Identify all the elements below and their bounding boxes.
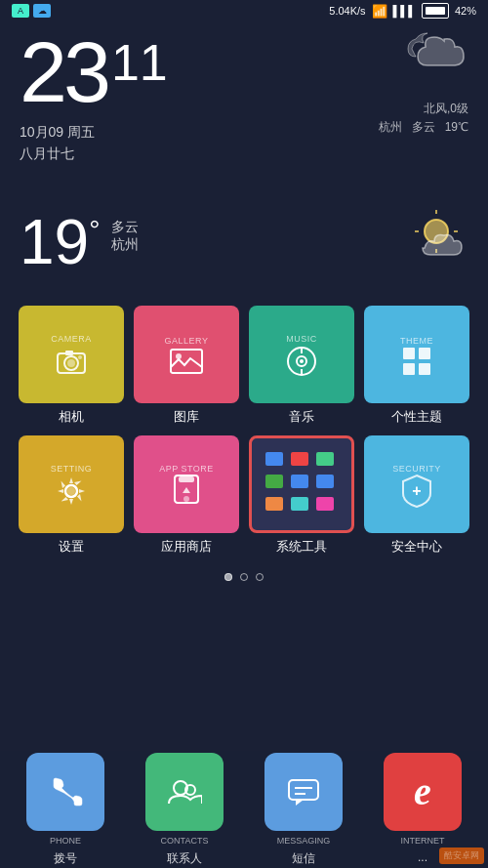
theme-label-bottom: 个性主题 [391, 408, 442, 426]
app-icon-setting[interactable]: SETTING [19, 435, 124, 533]
systool-grid [258, 444, 346, 524]
svg-rect-17 [403, 348, 415, 359]
network-speed: 5.04K/s [329, 5, 365, 17]
temp-degree: ° [89, 215, 100, 246]
svg-rect-24 [179, 476, 194, 482]
middle-weather: 19 ° 多云 杭州 [0, 175, 488, 296]
dot-2[interactable] [240, 573, 248, 581]
music-label-bottom: 音乐 [289, 408, 314, 426]
gallery-label-bottom: 图库 [174, 408, 199, 426]
dock-label-top-phone: PHONE [50, 836, 81, 846]
temp-number: 19 [20, 211, 89, 273]
svg-rect-20 [419, 363, 430, 375]
app-item-gallery[interactable]: GALLERY 图库 [134, 306, 239, 426]
top-section: 23 11 10月09 周五 八月廿七 北风,0级 杭州 多云 19℃ [0, 21, 488, 175]
dock-label-top-messaging: MESSAGING [277, 836, 331, 846]
theme-label-top: THEME [400, 336, 433, 346]
app-item-systool[interactable]: 系统工具 [249, 435, 354, 556]
setting-label-bottom: 设置 [59, 538, 84, 556]
signal-icon: ▌▌▌ [393, 5, 416, 17]
svg-rect-18 [419, 348, 430, 359]
status-bar: A ☁ 5.04K/s 📶 ▌▌▌ 42% [0, 0, 488, 21]
dock-icon-phone[interactable] [26, 753, 104, 831]
svg-rect-8 [65, 351, 73, 355]
app-item-camera[interactable]: CAMERA 相机 [19, 306, 124, 426]
bottom-dock: PHONE 拨号 CONTACTS 联系人 [0, 751, 488, 868]
dock-label-top-contacts: CONTACTS [161, 836, 209, 846]
dock-icon-contacts[interactable] [145, 753, 224, 831]
dock-icon-internet[interactable]: e [384, 753, 462, 831]
date-line2: 八月廿七 [20, 143, 168, 164]
svg-point-11 [176, 353, 182, 359]
wifi-icon: 📶 [372, 4, 387, 19]
systool-label-bottom: 系统工具 [276, 538, 327, 556]
dock-icon-messaging[interactable] [264, 753, 343, 831]
dock-label-top-internet: INTERNET [401, 836, 445, 846]
dot-3[interactable] [256, 573, 264, 581]
svg-point-9 [78, 355, 82, 359]
temp-display: 19 ° 多云 杭州 [20, 211, 139, 273]
svg-point-14 [300, 359, 304, 363]
music-label-top: MUSIC [286, 334, 317, 344]
svg-point-7 [67, 359, 75, 367]
dock-item-messaging[interactable]: MESSAGING 短信 [246, 753, 361, 867]
dock-label-bottom-contacts: 联系人 [167, 850, 202, 867]
security-label-bottom: 安全中心 [391, 538, 442, 556]
app-item-theme[interactable]: THEME 个性主题 [364, 306, 469, 426]
setting-label-top: SETTING [51, 464, 93, 474]
svg-rect-19 [403, 363, 415, 375]
security-label-top: SECURITY [392, 464, 441, 474]
app-item-appstore[interactable]: APP STORE 应用商店 [134, 435, 239, 556]
page-indicators [0, 565, 488, 589]
appstore-label-bottom: 应用商店 [161, 538, 212, 556]
status-bar-left: A ☁ [12, 4, 51, 18]
app-icon-appstore[interactable]: APP STORE [134, 435, 239, 533]
temp-desc: 多云 杭州 [111, 219, 139, 254]
app-icon-theme[interactable]: THEME [364, 306, 469, 403]
dock-item-phone[interactable]: PHONE 拨号 [8, 753, 123, 867]
dock-label-bottom-phone: 拨号 [54, 850, 77, 867]
camera-label-bottom: 相机 [59, 408, 84, 426]
clock-date-area: 23 11 10月09 周五 八月廿七 [20, 29, 168, 165]
svg-point-22 [67, 487, 75, 495]
clock-area: 23 11 [20, 29, 168, 115]
weather-city-cond: 杭州 多云 19℃ [379, 118, 468, 137]
app-icon-systool[interactable] [249, 435, 354, 533]
appstore-label-top: APP STORE [159, 464, 214, 474]
weather-city-mid: 杭州 [111, 236, 139, 254]
clock-minute: 11 [111, 37, 168, 88]
dot-1[interactable] [224, 573, 232, 581]
weather-wind: 北风,0级 [379, 100, 468, 118]
app-item-music[interactable]: MUSIC 音乐 [249, 306, 354, 426]
app-icon-small-2: ☁ [33, 4, 51, 18]
battery-icon [422, 3, 449, 19]
dock-item-contacts[interactable]: CONTACTS 联系人 [127, 753, 242, 867]
date-area: 10月09 周五 八月廿七 [20, 121, 168, 165]
app-icon-camera[interactable]: CAMERA [19, 306, 124, 403]
weather-detail: 北风,0级 杭州 多云 19℃ [379, 100, 468, 137]
dock-label-bottom-messaging: 短信 [292, 850, 315, 867]
clock-hour: 23 [20, 29, 107, 115]
app-grid: CAMERA 相机 GALLERY 图库 MUSIC [0, 296, 488, 565]
weather-top-right: 北风,0级 杭州 多云 19℃ [379, 29, 468, 137]
weather-condition-mid: 多云 [111, 219, 139, 236]
app-item-security[interactable]: SECURITY + 安全中心 [364, 435, 469, 556]
app-icon-music[interactable]: MUSIC [249, 306, 354, 403]
dock-grid: PHONE 拨号 CONTACTS 联系人 [0, 743, 488, 869]
watermark: 酷安卓网 [439, 847, 484, 864]
gallery-label-top: GALLERY [165, 336, 209, 346]
app-icon-security[interactable]: SECURITY + [364, 435, 469, 533]
app-item-setting[interactable]: SETTING 设置 [19, 435, 124, 556]
weather-icon-mid [405, 204, 468, 281]
battery-percent: 42% [455, 5, 476, 17]
svg-text:+: + [412, 482, 421, 499]
date-line1: 10月09 周五 [20, 121, 168, 143]
svg-point-25 [183, 496, 189, 502]
svg-rect-29 [289, 780, 318, 800]
camera-label-top: CAMERA [51, 334, 92, 344]
app-icon-small-1: A [12, 4, 29, 18]
dock-label-bottom-internet: ... [418, 850, 427, 864]
weather-icon-top [379, 29, 468, 96]
app-icon-gallery[interactable]: GALLERY [134, 306, 239, 403]
